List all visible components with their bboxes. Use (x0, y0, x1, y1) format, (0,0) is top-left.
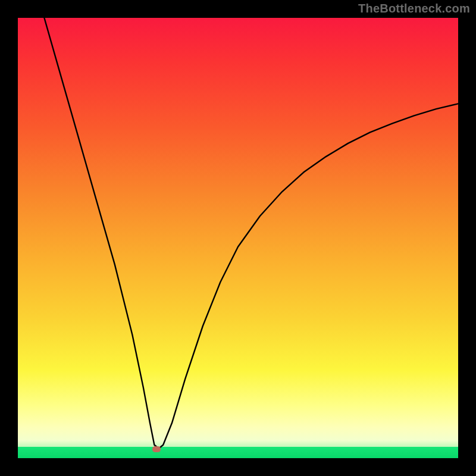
plot-area (18, 18, 458, 458)
watermark-text: TheBottleneck.com (358, 2, 470, 14)
bottleneck-curve (18, 18, 458, 458)
chart-frame: TheBottleneck.com (0, 0, 476, 476)
optimum-marker (152, 446, 161, 452)
